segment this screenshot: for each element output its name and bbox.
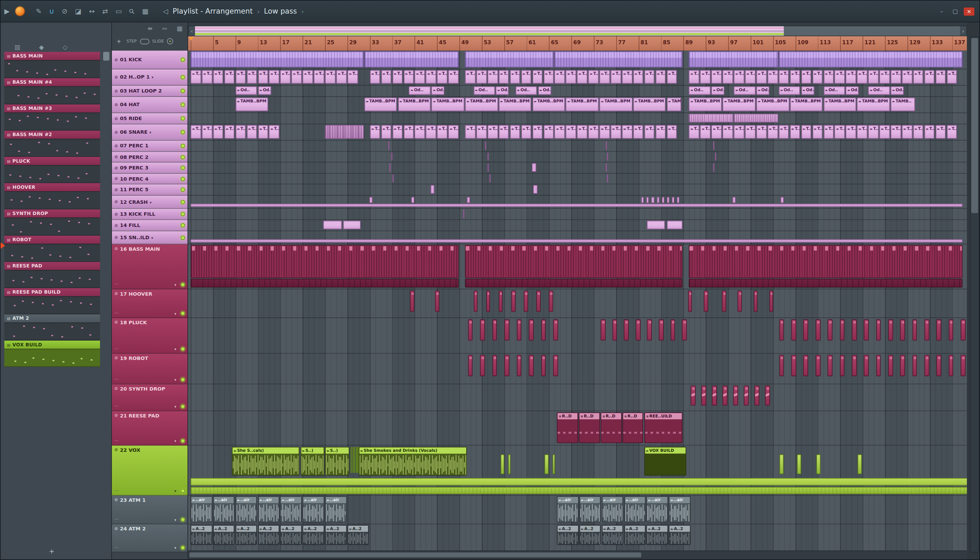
track-led[interactable] xyxy=(181,143,185,148)
crash-clip[interactable] xyxy=(642,197,644,203)
synth-pattern-clip[interactable] xyxy=(712,385,717,405)
pattern-clip[interactable] xyxy=(607,174,608,182)
track-led[interactable] xyxy=(181,89,185,93)
mute-icon[interactable]: ⊘ xyxy=(114,246,118,252)
pattern-clip[interactable]: ▸▸T..M xyxy=(477,125,487,138)
audio-clip[interactable]: ▸▸..air xyxy=(325,496,347,522)
mute-icon[interactable]: ⊘ xyxy=(114,413,118,418)
audio-clip[interactable]: ▸▸..air xyxy=(235,496,257,522)
pattern-clip[interactable]: ▸▸Od.. xyxy=(689,86,711,95)
track-header-fill[interactable]: ⊘14 FILL xyxy=(112,220,187,232)
play-icon[interactable]: ▶ xyxy=(5,8,10,15)
pattern-clip[interactable]: ▸▸Od.. xyxy=(846,86,859,95)
note-pattern-clip[interactable] xyxy=(937,355,941,376)
playlist-track-lane[interactable]: ▸▸T..M▸▸T..M▸▸T..M▸▸T..M▸▸T..M▸▸T..M▸▸T.… xyxy=(188,125,967,141)
kick-pattern-clip[interactable] xyxy=(190,52,363,68)
track-led[interactable] xyxy=(181,166,185,170)
pattern-clip[interactable]: ▸▸T..M xyxy=(465,125,476,138)
pattern-clip[interactable]: ▸▸T..M xyxy=(224,70,235,84)
pattern-clip[interactable] xyxy=(392,174,394,182)
track-name[interactable]: ⊘22 VOX xyxy=(112,446,187,455)
slide-tool-icon[interactable]: ⇄ xyxy=(102,8,108,15)
pattern-name[interactable]: ▤ROBOT xyxy=(5,235,100,243)
note-pattern-clip[interactable] xyxy=(553,320,558,340)
mini-fader[interactable]: ⋯ xyxy=(114,438,119,443)
track-led[interactable] xyxy=(181,488,185,493)
track-header-perc-2[interactable]: ⊘08 PERC 2 xyxy=(112,152,187,162)
track-name[interactable]: ⊘23 ATM 1 xyxy=(112,496,187,505)
track-name[interactable]: ⊘15 SN..ILD▾ xyxy=(112,232,187,244)
pattern-thumbnail[interactable] xyxy=(5,270,100,288)
pattern-clip[interactable]: ▸▸TAM.. xyxy=(667,98,681,111)
pattern-clip[interactable]: ▸▸T..M xyxy=(700,125,711,138)
mute-icon[interactable]: ⊘ xyxy=(114,497,118,503)
mini-fader[interactable]: ⋯ xyxy=(114,517,119,522)
pattern-clip[interactable]: ▸▸T..M xyxy=(655,70,666,84)
pattern-clip[interactable]: ▸▸T..M xyxy=(947,70,957,84)
track-name[interactable]: ⊘02 H..OP 1▾ xyxy=(112,69,187,85)
audio-clip[interactable] xyxy=(508,454,511,474)
audio-slice-clip[interactable] xyxy=(354,447,355,473)
note-pattern-clip[interactable] xyxy=(912,355,917,376)
pattern-thumbnail[interactable] xyxy=(5,191,100,209)
track-led[interactable] xyxy=(181,102,185,107)
pattern-clip[interactable]: ▸▸TAMB..BPM xyxy=(532,98,565,111)
chevron-down-icon[interactable]: ▾ xyxy=(152,235,153,240)
pattern-clip[interactable]: ▸▸T..M xyxy=(521,70,532,84)
playlist-track-lane[interactable]: ▸▸A..2▸▸A..2▸▸A..2▸▸A..2▸▸A..2▸▸A..2▸▸A.… xyxy=(188,524,967,553)
audio-clip[interactable]: ▸▸..air xyxy=(602,496,623,522)
track-header-perc-1[interactable]: ⊘07 PERC 1 xyxy=(112,140,187,152)
pattern-clip[interactable]: ▸▸T..M xyxy=(448,125,459,138)
pattern-clip[interactable]: ▸▸Od.. xyxy=(473,86,495,95)
playlist-track-lane[interactable] xyxy=(188,232,967,245)
crash-clip[interactable] xyxy=(369,197,372,203)
horizontal-scrollbar-thumb[interactable] xyxy=(190,553,641,558)
audio-clip[interactable] xyxy=(545,454,549,474)
reese-pattern-clip[interactable]: ≡R..D xyxy=(557,412,578,443)
track-header-atm-2[interactable]: ⊘24 ATM 2⋯▾ xyxy=(112,524,187,553)
pattern-thumbnail[interactable] xyxy=(5,296,100,314)
pattern-clip[interactable]: ▸▸T..M xyxy=(846,125,857,138)
playlist-track-lane[interactable] xyxy=(188,354,967,385)
note-pattern-clip[interactable] xyxy=(864,355,869,376)
track-led[interactable] xyxy=(181,57,185,62)
pattern-list-item[interactable]: ▤REESE PAD xyxy=(5,262,100,288)
playlist-track-lane[interactable]: ▸▸TAMB..BPM▸▸TAMB..BPM▸▸TAMB..BPM▸▸TAMB.… xyxy=(188,97,967,113)
synth-pattern-clip[interactable] xyxy=(723,385,728,405)
track-header-perc-4[interactable]: ⊘10 PERC 4 xyxy=(112,174,187,184)
pattern-clip[interactable]: ▸▸T..M xyxy=(644,125,655,138)
note-pattern-clip[interactable] xyxy=(480,355,485,376)
pattern-strip-clip[interactable] xyxy=(190,204,963,207)
pattern-clip[interactable]: ▸▸Od.. xyxy=(733,86,755,95)
note-pattern-clip[interactable] xyxy=(504,355,509,376)
pattern-clip[interactable]: ▸▸TAMB..BPM xyxy=(857,98,890,111)
mini-fader[interactable]: ⋯ xyxy=(114,545,119,550)
note-pattern-clip[interactable] xyxy=(601,320,605,340)
pattern-clip[interactable]: ▸▸T..M xyxy=(426,70,436,84)
crash-clip[interactable] xyxy=(647,197,649,203)
audio-clip[interactable]: ▸▸A..2 xyxy=(303,525,324,545)
pattern-clip[interactable] xyxy=(532,163,536,172)
pattern-clip[interactable]: ▸▸T..M xyxy=(723,70,733,84)
note-pattern-clip[interactable] xyxy=(828,355,832,376)
audio-clip[interactable]: ▸▸..air xyxy=(258,496,280,522)
crash-clip[interactable] xyxy=(781,197,784,203)
note-pattern-clip[interactable] xyxy=(961,355,965,376)
track-header-crash[interactable]: ⊘12 CRASH▾ xyxy=(112,196,187,209)
pattern-clip[interactable]: ▸▸T..M xyxy=(935,125,946,138)
audio-clip[interactable]: ▸▸She Smokes and Drinks (Vocals) xyxy=(358,447,467,475)
track-led[interactable] xyxy=(181,212,185,217)
crash-clip[interactable] xyxy=(662,197,664,203)
note-pattern-clip[interactable] xyxy=(468,320,473,340)
track-led[interactable] xyxy=(181,117,185,121)
pattern-clip[interactable] xyxy=(647,220,665,229)
pattern-list-item[interactable]: ▤ATM 2 xyxy=(5,314,100,340)
note-pattern-clip[interactable] xyxy=(704,290,708,312)
pattern-thumbnail[interactable] xyxy=(5,217,100,235)
pattern-clip[interactable]: ▸▸TAMB..BPM xyxy=(364,98,397,111)
pattern-clip[interactable] xyxy=(606,163,607,172)
audio-clip[interactable] xyxy=(858,454,862,474)
pattern-clip[interactable]: ▸▸T..M xyxy=(487,70,498,84)
pattern-clip[interactable]: ▸▸T..M xyxy=(510,125,520,138)
note-pattern-clip[interactable] xyxy=(541,355,546,376)
